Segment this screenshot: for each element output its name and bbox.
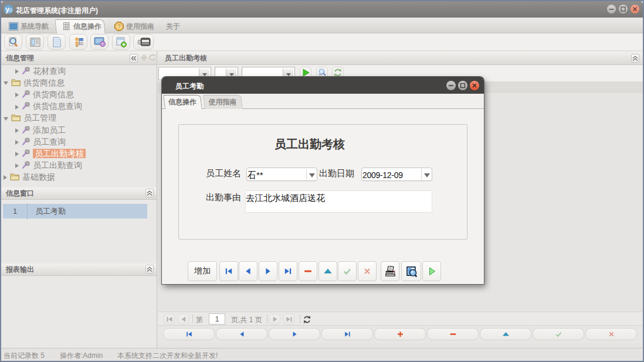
- svg-text:?: ?: [117, 23, 121, 30]
- svg-text:y: y: [5, 5, 9, 13]
